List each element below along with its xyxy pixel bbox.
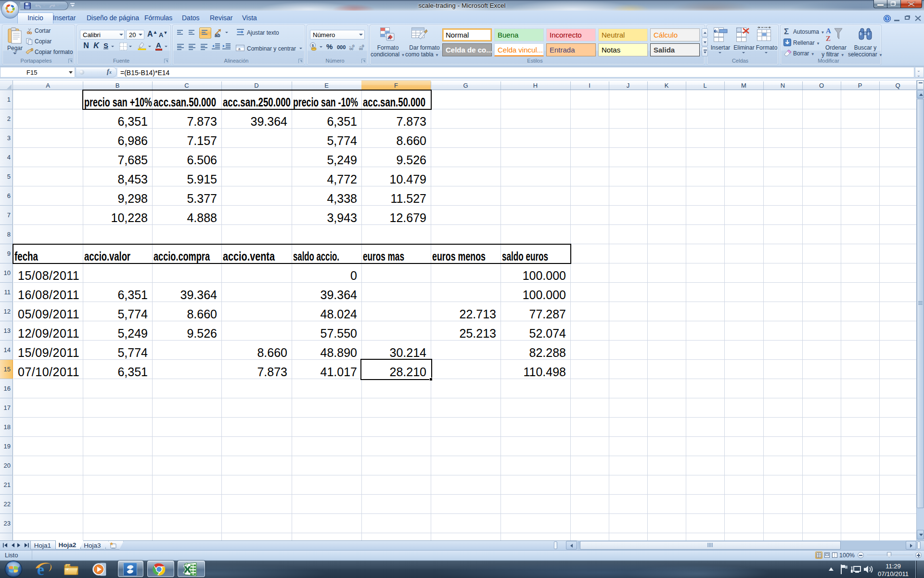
svg-text:00: 00	[359, 47, 363, 50]
svg-text:00: 00	[349, 47, 353, 50]
svg-text:$: $	[312, 43, 314, 48]
svg-text:ab: ab	[215, 33, 220, 38]
svg-text:?: ?	[886, 16, 888, 21]
svg-text:a: a	[238, 47, 241, 51]
svg-text:A: A	[826, 27, 831, 35]
svg-text:Z: Z	[826, 35, 831, 42]
